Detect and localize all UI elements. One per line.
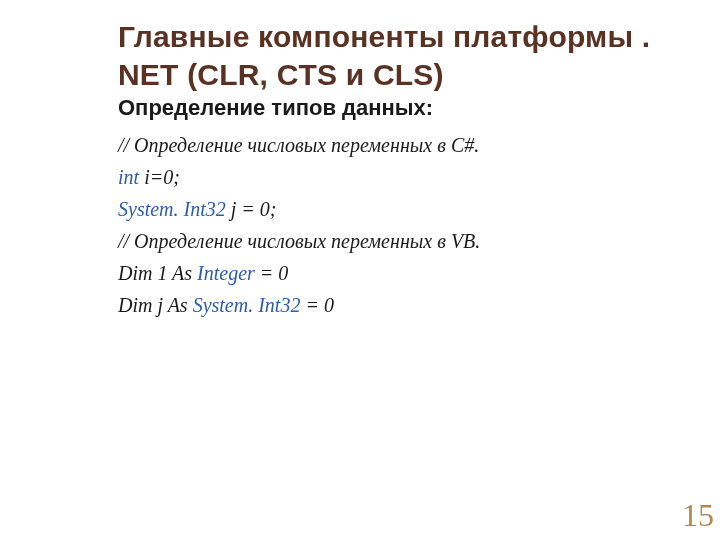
slide: Главные компоненты платформы . NET (CLR,… — [0, 0, 720, 540]
code-line: Dim j As System. Int32 = 0 — [118, 289, 694, 321]
slide-subtitle: Определение типов данных: — [118, 95, 694, 121]
code-line: Dim 1 As Integer = 0 — [118, 257, 694, 289]
code-line: int i=0; — [118, 161, 694, 193]
code-text: j = 0; — [226, 198, 277, 220]
code-text: Dim j As — [118, 294, 193, 316]
code-line: // Определение числовых переменных в VB. — [118, 225, 694, 257]
slide-title: Главные компоненты платформы . NET (CLR,… — [118, 18, 694, 93]
code-keyword: int — [118, 166, 139, 188]
code-text: i=0; — [139, 166, 180, 188]
code-line: // Определение числовых переменных в С#. — [118, 129, 694, 161]
code-text: // Определение числовых переменных в С#. — [118, 134, 479, 156]
code-line: System. Int32 j = 0; — [118, 193, 694, 225]
code-keyword: Integer — [197, 262, 255, 284]
code-keyword: System. Int32 — [193, 294, 301, 316]
code-keyword: System. Int32 — [118, 198, 226, 220]
code-block: // Определение числовых переменных в С#.… — [118, 129, 694, 321]
code-text: = 0 — [300, 294, 334, 316]
page-number: 15 — [682, 497, 714, 534]
code-text: Dim 1 As — [118, 262, 197, 284]
code-text: // Определение числовых переменных в VB. — [118, 230, 480, 252]
code-text: = 0 — [255, 262, 289, 284]
